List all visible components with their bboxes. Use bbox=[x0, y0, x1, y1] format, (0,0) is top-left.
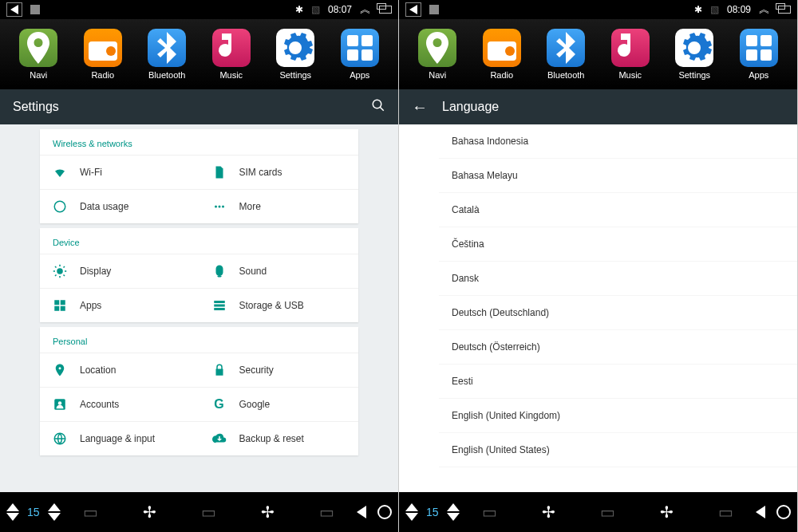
apps-icon bbox=[53, 298, 67, 313]
mode-icon[interactable]: ▭ bbox=[600, 502, 615, 522]
language-option[interactable]: Deutsch (Deutschland) bbox=[439, 296, 797, 330]
status-bar: ✱ ▧ 08:07 ︽ bbox=[0, 0, 398, 19]
language-option[interactable]: Bahasa Melayu bbox=[439, 159, 797, 193]
temp-down[interactable] bbox=[405, 513, 418, 521]
temp-up-2[interactable] bbox=[48, 503, 61, 511]
svg-rect-31 bbox=[746, 49, 757, 61]
dock-apps[interactable]: Apps bbox=[740, 29, 778, 80]
svg-point-23 bbox=[58, 401, 62, 405]
page-title: Language bbox=[442, 100, 784, 114]
section-device: Device Display Sound Apps Storage & USB bbox=[40, 228, 358, 322]
language-option[interactable]: English (United States) bbox=[439, 433, 797, 467]
temp-down-2[interactable] bbox=[48, 513, 61, 521]
storage-icon bbox=[212, 298, 227, 313]
fan-icon[interactable]: ✢ bbox=[542, 502, 555, 522]
nav-home[interactable] bbox=[776, 505, 791, 519]
sim-status-icon: ▧ bbox=[311, 4, 320, 15]
screen-settings: ✱ ▧ 08:07 ︽ Navi Radio Bluetooth Music S… bbox=[0, 0, 399, 532]
section-title: Device bbox=[40, 228, 358, 254]
svg-rect-18 bbox=[61, 306, 65, 311]
language-option[interactable]: Eesti bbox=[439, 365, 797, 399]
temperature: 15 bbox=[22, 506, 45, 518]
dock-bluetooth[interactable]: Bluetooth bbox=[148, 29, 186, 80]
setting-storage[interactable]: Storage & USB bbox=[200, 288, 359, 322]
temp-down-2[interactable] bbox=[447, 513, 460, 521]
mode-icon[interactable]: ▭ bbox=[319, 502, 334, 522]
bluetooth-status-icon: ✱ bbox=[295, 4, 303, 15]
expand-icon[interactable]: ︽ bbox=[759, 2, 770, 17]
fan-icon[interactable]: ✢ bbox=[660, 502, 674, 522]
setting-google[interactable]: GGoogle bbox=[200, 387, 359, 421]
language-list: Bahasa Indonesia Bahasa Melayu Català Če… bbox=[399, 124, 797, 492]
svg-rect-15 bbox=[54, 300, 59, 305]
display-icon bbox=[53, 264, 67, 278]
back-icon[interactable] bbox=[405, 2, 421, 17]
setting-location[interactable]: Location bbox=[40, 353, 200, 387]
back-icon[interactable] bbox=[6, 2, 22, 17]
language-option[interactable]: Dansk bbox=[439, 262, 797, 296]
language-option[interactable]: Català bbox=[439, 193, 797, 227]
back-arrow[interactable]: ← bbox=[412, 98, 428, 116]
settings-content: Wireless & networks Wi-Fi SIM cards Data… bbox=[0, 124, 398, 492]
dock-navi[interactable]: Navi bbox=[418, 29, 456, 80]
dock-settings[interactable]: Settings bbox=[675, 29, 713, 80]
setting-display[interactable]: Display bbox=[40, 254, 200, 288]
mode-icon[interactable]: ▭ bbox=[718, 502, 733, 522]
setting-sound[interactable]: Sound bbox=[200, 254, 359, 288]
setting-wifi[interactable]: Wi-Fi bbox=[40, 155, 200, 189]
setting-language[interactable]: Language & input bbox=[40, 421, 200, 455]
fan-icon[interactable]: ✢ bbox=[143, 502, 156, 522]
dock-apps[interactable]: Apps bbox=[341, 29, 379, 80]
fan-icon[interactable]: ✢ bbox=[261, 502, 275, 522]
setting-sim[interactable]: SIM cards bbox=[200, 155, 359, 189]
language-option[interactable]: Čeština bbox=[439, 227, 797, 262]
section-title: Wireless & networks bbox=[40, 129, 358, 155]
nav-back[interactable] bbox=[357, 506, 366, 518]
language-icon bbox=[53, 432, 67, 446]
setting-data[interactable]: Data usage bbox=[40, 189, 200, 223]
setting-backup[interactable]: Backup & reset bbox=[200, 421, 359, 455]
nav-home[interactable] bbox=[377, 505, 392, 519]
clock: 08:07 bbox=[328, 4, 352, 15]
data-icon bbox=[53, 199, 67, 214]
temp-down[interactable] bbox=[6, 513, 19, 521]
mode-icon[interactable]: ▭ bbox=[201, 502, 216, 522]
mode-icon[interactable]: ▭ bbox=[83, 502, 98, 522]
section-title: Personal bbox=[40, 327, 358, 353]
svg-point-14 bbox=[57, 268, 63, 274]
search-icon[interactable] bbox=[371, 98, 385, 116]
dock-music[interactable]: Music bbox=[611, 29, 650, 80]
accounts-icon bbox=[53, 397, 67, 412]
more-icon bbox=[212, 199, 227, 214]
temp-up-2[interactable] bbox=[447, 503, 460, 511]
dock-navi[interactable]: Navi bbox=[19, 29, 57, 80]
screen-language: ✱ ▧ 08:09 ︽ Navi Radio Bluetooth Music S… bbox=[399, 0, 798, 532]
setting-accounts[interactable]: Accounts bbox=[40, 387, 200, 421]
status-bar: ✱ ▧ 08:09 ︽ bbox=[399, 0, 797, 19]
setting-apps[interactable]: Apps bbox=[40, 288, 200, 322]
expand-icon[interactable]: ︽ bbox=[360, 2, 371, 17]
temp-up[interactable] bbox=[405, 503, 418, 511]
setting-more[interactable]: More bbox=[200, 189, 359, 223]
nav-back[interactable] bbox=[756, 506, 765, 518]
language-option[interactable]: Deutsch (Österreich) bbox=[439, 330, 797, 365]
setting-security[interactable]: Security bbox=[200, 353, 359, 387]
dock-radio[interactable]: Radio bbox=[84, 29, 122, 80]
svg-rect-21 bbox=[214, 308, 225, 310]
section-personal: Personal Location Security Accounts GGoo… bbox=[40, 327, 358, 455]
mode-icon[interactable]: ▭ bbox=[482, 502, 497, 522]
windows-icon[interactable] bbox=[379, 6, 392, 14]
dock-settings[interactable]: Settings bbox=[276, 29, 314, 80]
language-option[interactable]: Bahasa Indonesia bbox=[439, 124, 797, 159]
svg-rect-27 bbox=[491, 46, 502, 48]
svg-rect-30 bbox=[760, 35, 772, 46]
dock-bluetooth[interactable]: Bluetooth bbox=[547, 29, 585, 80]
security-icon bbox=[212, 363, 227, 377]
temp-up[interactable] bbox=[6, 503, 19, 511]
dock-music[interactable]: Music bbox=[212, 29, 251, 80]
language-option[interactable]: English (United Kingdom) bbox=[439, 399, 797, 433]
language-header: ← Language bbox=[399, 89, 797, 124]
windows-icon[interactable] bbox=[778, 6, 791, 14]
dock-radio[interactable]: Radio bbox=[483, 29, 521, 80]
temperature: 15 bbox=[421, 506, 444, 518]
